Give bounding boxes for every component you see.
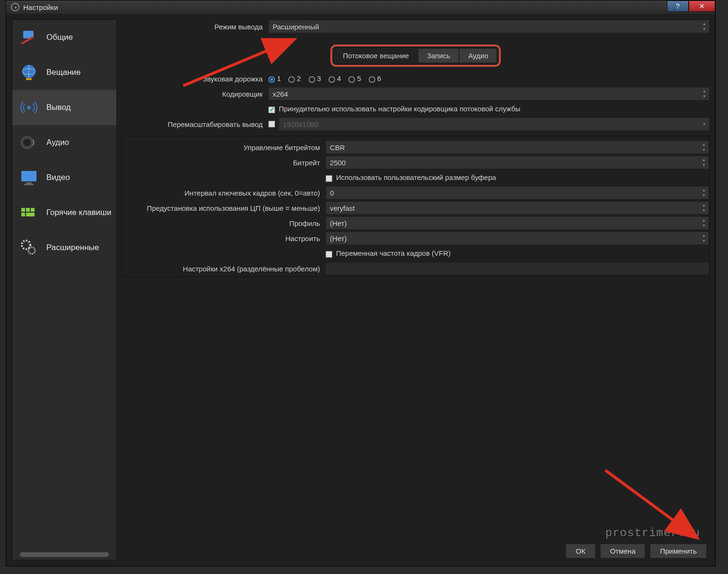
sidebar-item-label: Видео [46, 173, 70, 182]
audio-track-group: 1 2 3 4 5 6 [268, 74, 710, 82]
audio-track-label: Звуковая дорожка [122, 75, 268, 83]
rescale-checkbox[interactable] [268, 121, 275, 127]
output-mode-select[interactable]: Расширенный ▲▼ [268, 20, 710, 33]
svg-rect-12 [26, 208, 30, 212]
audio-track-4[interactable]: 4 [328, 74, 341, 82]
footer: ОК Отмена Применить [566, 540, 710, 560]
tabs-highlight: Потоковое вещание Запись Аудио [330, 45, 501, 67]
speaker-icon [18, 132, 40, 153]
sidebar-item-advanced[interactable]: Расширенные [12, 230, 116, 265]
bitrate-input[interactable]: 2500 ▲▼ [326, 156, 709, 169]
tab-audio[interactable]: Аудио [459, 48, 497, 63]
sidebar-item-label: Общие [46, 33, 73, 42]
encoder-select[interactable]: x264 ▲▼ [268, 87, 710, 100]
tab-recording[interactable]: Запись [418, 48, 459, 63]
titlebar: Настройки ? ✕ [6, 0, 715, 14]
svg-rect-14 [21, 213, 25, 216]
app-icon [11, 3, 19, 11]
chevron-up-icon[interactable]: ▲ [701, 21, 708, 27]
bitrate-label: Битрейт [122, 159, 326, 167]
rate-control-select[interactable]: CBR ▲▼ [326, 141, 709, 154]
sidebar-item-hotkeys[interactable]: Горячие клавиши [12, 195, 116, 230]
audio-track-6[interactable]: 6 [369, 74, 381, 82]
wrench-icon [18, 27, 40, 48]
watermark: prostrimer.ru [605, 527, 700, 539]
keyframe-label: Интервал ключевых кадров (сек, 0=авто) [122, 189, 326, 197]
sidebar-item-label: Вещание [46, 68, 81, 77]
ok-button[interactable]: ОК [566, 544, 595, 558]
svg-point-5 [27, 106, 31, 109]
x264opts-label: Настройки x264 (разделённые пробелом) [122, 265, 326, 273]
keyframe-input[interactable]: 0 ▲▼ [326, 186, 709, 199]
x264opts-input[interactable] [326, 262, 709, 275]
svg-rect-13 [31, 208, 35, 212]
tune-label: Настроить [122, 234, 326, 242]
sidebar-item-stream[interactable]: Вещание [12, 55, 116, 90]
cpu-preset-select[interactable]: veryfast ▲▼ [326, 201, 709, 215]
svg-point-7 [23, 139, 31, 146]
custom-buffer-checkbox[interactable] [326, 175, 332, 182]
enforce-label: Принудительно использовать настройки код… [279, 105, 520, 113]
globe-icon [18, 62, 40, 83]
profile-select[interactable]: (Нет) ▲▼ [326, 216, 709, 230]
sidebar-scrollbar[interactable] [20, 552, 109, 557]
keyboard-icon [18, 202, 40, 224]
sidebar-item-label: Расширенные [46, 243, 99, 252]
tab-streaming[interactable]: Потоковое вещание [334, 48, 418, 63]
profile-label: Профиль [122, 219, 326, 227]
rate-control-label: Управление битрейтом [122, 144, 326, 152]
rescale-value: 1920x1080 [283, 120, 318, 128]
sidebar-item-label: Вывод [46, 103, 71, 112]
gears-icon [18, 237, 40, 259]
encoder-value: x264 [273, 90, 288, 98]
svg-rect-4 [26, 78, 32, 80]
sidebar-item-label: Аудио [46, 138, 69, 147]
apply-button[interactable]: Применить [650, 544, 707, 558]
svg-rect-9 [26, 182, 32, 184]
encoder-label: Кодировщик [122, 90, 268, 98]
cancel-button[interactable]: Отмена [600, 544, 646, 558]
audio-track-3[interactable]: 3 [309, 74, 321, 82]
content-pane: Режим вывода Расширенный ▲▼ Потоковое ве… [122, 19, 710, 560]
output-mode-label: Режим вывода [122, 23, 268, 31]
help-button[interactable]: ? [667, 0, 689, 12]
monitor-icon [18, 167, 40, 188]
rescale-label: Перемасштабировать вывод [122, 120, 268, 128]
custom-buffer-label: Использовать пользовательский размер буф… [336, 173, 496, 181]
svg-rect-11 [21, 208, 25, 212]
divider [122, 38, 710, 39]
settings-window: Настройки ? ✕ Общие Вещание [6, 0, 716, 566]
sidebar-item-video[interactable]: Видео [12, 160, 116, 195]
svg-rect-15 [26, 213, 35, 216]
tune-select[interactable]: (Нет) ▲▼ [326, 232, 709, 245]
sidebar-item-audio[interactable]: Аудио [12, 125, 116, 160]
audio-track-1[interactable]: 1 [268, 74, 281, 82]
svg-rect-8 [21, 171, 36, 181]
sidebar-item-label: Горячие клавиши [46, 208, 111, 217]
svg-rect-10 [24, 184, 34, 185]
sidebar-item-output[interactable]: Вывод [12, 90, 116, 125]
broadcast-icon [18, 97, 40, 118]
vfr-label: Переменная частота кадров (VFR) [336, 249, 451, 257]
enforce-checkbox[interactable] [268, 107, 275, 113]
cpu-preset-label: Предустановка использования ЦП (выше = м… [122, 204, 326, 212]
window-title: Настройки [23, 3, 58, 11]
audio-track-2[interactable]: 2 [288, 74, 301, 82]
close-button[interactable]: ✕ [689, 0, 715, 12]
vfr-checkbox[interactable] [326, 251, 332, 258]
sidebar-item-general[interactable]: Общие [12, 20, 116, 55]
rescale-select[interactable]: 1920x1080 ▼ [279, 117, 710, 131]
output-mode-value: Расширенный [273, 23, 319, 31]
chevron-down-icon[interactable]: ▼ [701, 27, 708, 32]
sidebar: Общие Вещание Вывод Аудио [12, 19, 117, 560]
audio-track-5[interactable]: 5 [348, 74, 361, 82]
svg-point-16 [22, 241, 30, 249]
